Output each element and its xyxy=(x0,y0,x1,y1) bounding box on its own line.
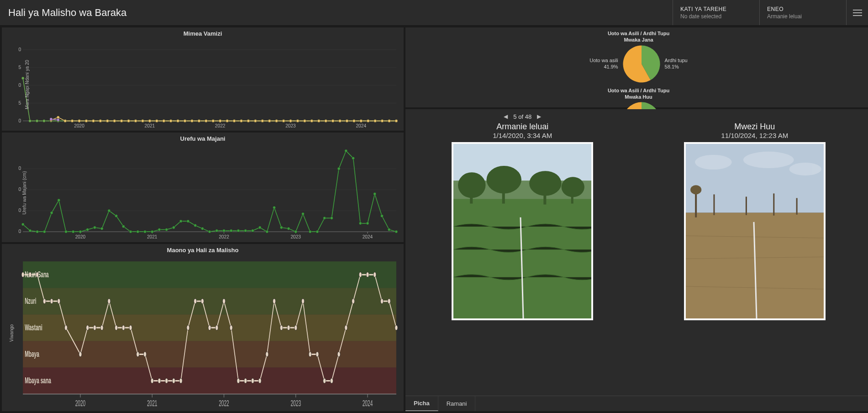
svg-point-221 xyxy=(29,272,32,277)
svg-point-198 xyxy=(395,230,398,233)
svg-point-235 xyxy=(137,352,139,357)
filter-area[interactable]: ENEO Armanie leluai xyxy=(759,0,846,25)
svg-point-158 xyxy=(108,209,110,212)
svg-rect-292 xyxy=(746,197,747,215)
menu-button[interactable] xyxy=(846,0,868,25)
pie-right-title2: Mwaka Huu xyxy=(405,94,868,100)
svg-point-187 xyxy=(316,230,319,233)
svg-text:20: 20 xyxy=(18,208,21,213)
svg-point-251 xyxy=(251,378,254,383)
svg-text:2021: 2021 xyxy=(147,398,158,408)
menu-icon xyxy=(853,10,862,16)
svg-text:2021: 2021 xyxy=(145,123,155,128)
svg-point-188 xyxy=(323,217,326,219)
svg-point-108 xyxy=(282,120,285,122)
svg-point-261 xyxy=(323,378,326,383)
svg-point-164 xyxy=(151,230,153,233)
pie-last-year[interactable]: Uoto wa Asili / Ardhi Tupu Mwaka Jana Uo… xyxy=(405,27,868,85)
svg-point-228 xyxy=(86,325,89,330)
svg-point-111 xyxy=(303,120,306,122)
svg-text:0: 0 xyxy=(18,118,21,123)
svg-point-116 xyxy=(338,120,341,122)
svg-point-93 xyxy=(177,120,179,122)
svg-point-122 xyxy=(381,120,384,122)
chart-grass[interactable]: Urefu wa Majani (cm) 0204060202020212022… xyxy=(2,143,404,242)
svg-point-247 xyxy=(222,299,225,304)
svg-point-157 xyxy=(100,227,103,230)
photo-current: Mwezi Huu 11/10/2024, 12:23 AM xyxy=(642,111,868,394)
svg-point-87 xyxy=(134,120,137,122)
pie-left-veg-lbl: Uoto wa asili xyxy=(589,58,618,64)
svg-point-190 xyxy=(337,167,340,170)
svg-text:10: 10 xyxy=(18,83,21,88)
svg-point-22 xyxy=(29,120,32,122)
svg-point-176 xyxy=(237,229,240,232)
svg-point-102 xyxy=(240,120,242,122)
svg-point-152 xyxy=(64,230,67,233)
pager-next[interactable]: ▶ xyxy=(537,113,541,120)
svg-text:40: 40 xyxy=(18,187,21,192)
svg-text:Mbaya: Mbaya xyxy=(25,349,39,359)
svg-point-226 xyxy=(64,325,67,330)
svg-point-193 xyxy=(359,222,362,225)
chart-perception[interactable]: Viwango Mbaya sanaMbayaWastaniNzuriNzuri… xyxy=(2,254,404,411)
svg-point-104 xyxy=(254,120,257,122)
svg-point-242 xyxy=(187,325,189,330)
svg-point-118 xyxy=(352,120,355,122)
svg-point-167 xyxy=(172,226,175,229)
svg-point-161 xyxy=(129,230,132,233)
pie-left-title2: Mwaka Jana xyxy=(405,37,868,43)
filter-date[interactable]: KATI YA TAREHE No date selected xyxy=(673,0,759,25)
svg-point-84 xyxy=(113,120,116,122)
svg-point-103 xyxy=(247,120,250,122)
svg-point-233 xyxy=(122,325,125,330)
filter-area-value: Armanie leluai xyxy=(767,13,839,20)
pie-left-bare-lbl: Ardhi tupu xyxy=(665,58,688,64)
svg-point-183 xyxy=(287,227,290,230)
svg-point-270 xyxy=(388,299,390,304)
svg-text:2022: 2022 xyxy=(219,398,229,408)
svg-text:2020: 2020 xyxy=(75,398,86,408)
photo-right-title: Mwezi Huu xyxy=(721,122,788,132)
svg-text:2023: 2023 xyxy=(290,234,301,239)
svg-point-189 xyxy=(330,217,333,219)
svg-point-90 xyxy=(155,120,158,122)
svg-point-230 xyxy=(100,325,103,330)
svg-point-115 xyxy=(331,120,334,122)
photo-left-image[interactable] xyxy=(452,142,593,320)
photo-right-image[interactable] xyxy=(684,142,826,320)
svg-rect-202 xyxy=(23,288,396,314)
svg-point-91 xyxy=(163,120,165,122)
svg-text:5: 5 xyxy=(18,101,21,106)
svg-point-100 xyxy=(226,120,229,122)
svg-point-126 xyxy=(57,118,59,121)
svg-point-286 xyxy=(789,163,821,175)
svg-point-232 xyxy=(115,325,118,330)
svg-text:2023: 2023 xyxy=(290,398,301,408)
chart-grass-title: Urefu wa Majani xyxy=(2,132,404,143)
svg-point-120 xyxy=(367,120,369,122)
svg-point-180 xyxy=(266,230,268,233)
tab-ramani[interactable]: Ramani xyxy=(438,396,476,411)
svg-point-234 xyxy=(129,325,132,330)
pager-prev[interactable]: ◀ xyxy=(504,113,508,120)
chart-invasive-title: Mimea Vamizi xyxy=(2,27,404,38)
photo-historical: ◀ 5 of 48 ▶ Armanie leluai 1/14/2020, 3:… xyxy=(409,111,636,394)
svg-point-123 xyxy=(388,120,390,122)
svg-point-255 xyxy=(280,325,283,330)
svg-rect-280 xyxy=(544,183,547,204)
svg-point-94 xyxy=(184,120,186,122)
chart-perception-title: Maono ya Hali za Malisho xyxy=(2,244,404,254)
svg-point-86 xyxy=(127,120,130,122)
svg-point-263 xyxy=(337,352,340,357)
svg-point-256 xyxy=(287,325,290,330)
svg-point-125 xyxy=(50,118,53,121)
svg-text:2022: 2022 xyxy=(215,123,226,128)
svg-point-171 xyxy=(201,227,204,230)
chart-invasive[interactable]: Mara Ngapi Ndani ya 20 05101520202020212… xyxy=(2,38,404,131)
svg-point-173 xyxy=(216,229,218,232)
svg-point-159 xyxy=(115,215,118,217)
svg-point-195 xyxy=(374,192,376,195)
tab-picha[interactable]: Picha xyxy=(405,396,438,411)
svg-point-78 xyxy=(71,120,74,122)
